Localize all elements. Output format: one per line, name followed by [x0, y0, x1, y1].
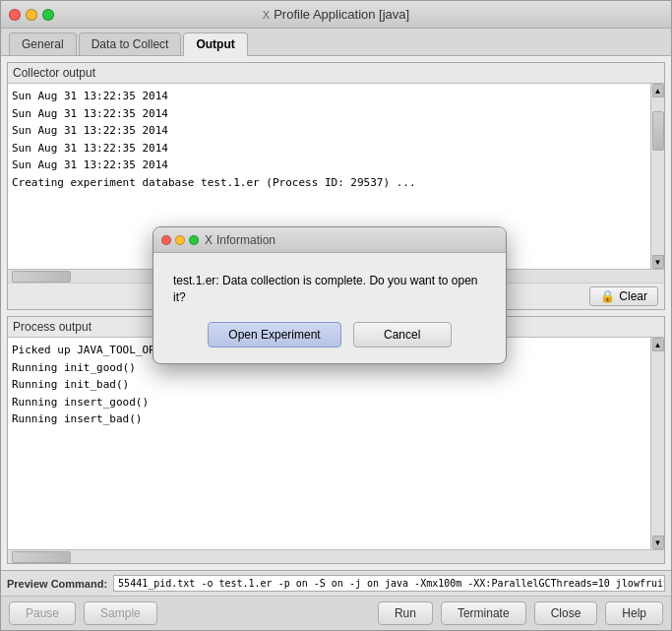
dialog-buttons: Open Experiment Cancel — [173, 322, 486, 347]
dialog-maximize-button[interactable] — [189, 235, 199, 245]
dialog-title-bar: X Information — [153, 227, 506, 253]
dialog-close-button[interactable] — [161, 235, 171, 245]
open-experiment-button[interactable]: Open Experiment — [208, 322, 340, 347]
dialog-title-icon: X — [205, 233, 213, 247]
dialog-minimize-button[interactable] — [175, 235, 185, 245]
dialog-title-text: X Information — [205, 233, 275, 247]
cancel-button[interactable]: Cancel — [353, 322, 452, 347]
dialog-overlay: X Information test.1.er: Data collection… — [0, 0, 672, 631]
information-dialog: X Information test.1.er: Data collection… — [153, 226, 507, 364]
dialog-title: Information — [216, 233, 275, 247]
dialog-body: test.1.er: Data collection is complete. … — [153, 253, 506, 363]
dialog-message: test.1.er: Data collection is complete. … — [173, 273, 486, 306]
dialog-traffic-lights — [161, 235, 199, 245]
